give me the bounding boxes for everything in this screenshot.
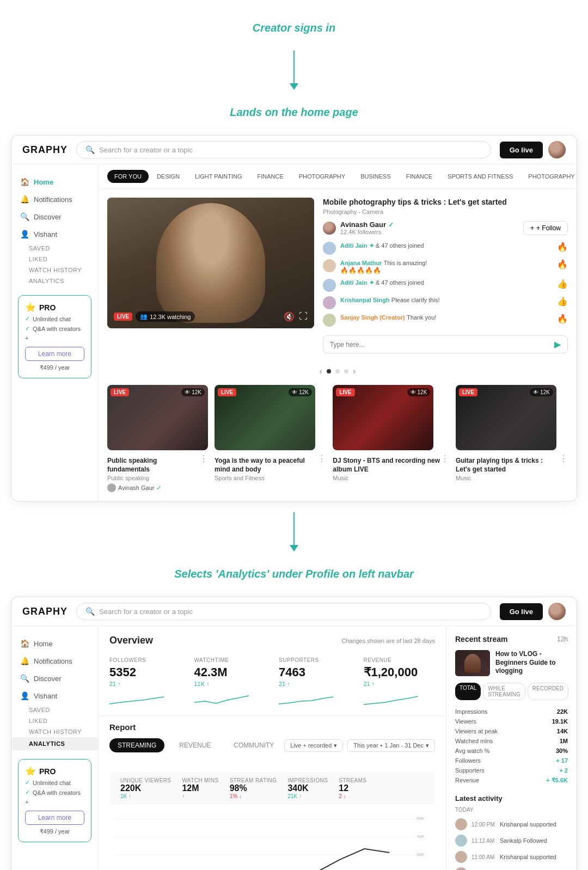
analytics-sidebar-liked[interactable]: LIKED	[11, 715, 98, 726]
video-title-2: Yoga is the way to a peaceful mind and b…	[215, 457, 317, 474]
analytics-sidebar-profile[interactable]: 👤 Vishant	[11, 687, 98, 704]
sidebar-home-label: Home	[34, 178, 53, 186]
chat-message-3: Aditi Jain ✦ & 47 others joined 👍	[323, 279, 568, 292]
analytics-pro-star-icon: ⭐	[25, 766, 36, 776]
user-avatar[interactable]	[548, 141, 566, 158]
cat-tab-light-painting[interactable]: LIGHT PAINTING	[188, 170, 249, 183]
chat-avatar-1	[323, 242, 336, 255]
stream-stat-impressions: Impressions 22K	[455, 707, 568, 716]
video-grid: LIVE 👁12K Public speaking fundamentals P…	[99, 381, 577, 501]
stream-tab-recorded[interactable]: RECORDED	[528, 683, 568, 700]
report-tab-community[interactable]: COMMUNITY	[225, 738, 282, 752]
analytics-profile-label: Vishant	[34, 692, 57, 700]
report-filters: Live + recorded ▾ This year • 1 Jan - 31…	[284, 739, 435, 752]
go-live-button[interactable]: Go live	[500, 142, 543, 158]
video-card-3[interactable]: LIVE 👁12K DJ Stony - BTS and recording n…	[333, 385, 449, 492]
follow-button[interactable]: + + Follow	[523, 221, 568, 235]
viewers-count: 👥 12.3K watching	[136, 311, 195, 322]
sidebar-item-discover[interactable]: 🔍 Discover	[11, 208, 98, 225]
hero-section: LIVE 👥 12.3K watching 🔇 ⛶	[99, 189, 577, 362]
sidebar-item-notifications[interactable]: 🔔 Notifications	[11, 191, 98, 208]
stream-stat-avgwatch: Avg watch % 30%	[455, 746, 568, 756]
cat-tab-finance[interactable]: FINANCE	[250, 170, 291, 183]
activity-avatar-2	[455, 835, 467, 847]
pag-dot-3[interactable]	[344, 369, 348, 373]
filter-year[interactable]: This year • 1 Jan - 31 Dec ▾	[347, 739, 435, 752]
analytics-sidebar-analytics[interactable]: ANALYTICS	[11, 737, 98, 750]
cat-tab-for-you[interactable]: FOR YOU	[107, 170, 149, 183]
stat-supporters-sparkline	[279, 690, 333, 707]
analytics-sidebar-saved[interactable]: SAVED	[11, 704, 98, 715]
sidebar-item-home[interactable]: 🏠 Home	[11, 173, 98, 191]
sidebar-saved[interactable]: SAVED	[11, 243, 98, 254]
cat-tab-business[interactable]: BUSINESS	[353, 170, 398, 183]
cat-tab-finance2[interactable]: FINANCE	[399, 170, 439, 183]
analytics-check-icon-2: ✓	[25, 789, 30, 796]
dots-menu-4[interactable]: ⋮	[559, 454, 568, 464]
analytics-sidebar-discover[interactable]: 🔍 Discover	[11, 670, 98, 687]
report-tab-revenue[interactable]: REVENUE	[171, 738, 219, 752]
pag-dot-2[interactable]	[335, 369, 340, 373]
dots-menu-2[interactable]: ⋮	[317, 454, 326, 464]
analytics-notifications-label: Notifications	[34, 657, 72, 665]
learn-more-button[interactable]: Learn more	[25, 347, 84, 361]
pag-dot-1[interactable]	[327, 369, 331, 373]
analytics-sidebar-watch-history[interactable]: WATCH HISTORY	[11, 726, 98, 737]
home-screen: GRAPHY 🔍 Search for a creator or a topic…	[11, 135, 577, 501]
analytics-go-live-button[interactable]: Go live	[500, 603, 543, 620]
cat-tab-photography[interactable]: PHOTOGRAPHY	[292, 170, 352, 183]
filter-live-recorded[interactable]: Live + recorded ▾	[284, 739, 343, 752]
metric-stream-rating-label: STREAM RATING	[230, 777, 277, 783]
analytics-home-label: Home	[34, 640, 53, 648]
stream-tab-total[interactable]: TOTAL	[455, 683, 481, 700]
chat-emoji-2: 🔥	[557, 259, 568, 269]
video-thumb-3: LIVE 👁12K	[333, 385, 433, 450]
sidebar-liked[interactable]: LIKED	[11, 254, 98, 265]
analytics-search-bar[interactable]: 🔍 Search for a creator or a topic	[76, 603, 491, 620]
video-card-1[interactable]: LIVE 👁12K Public speaking fundamentals P…	[107, 385, 208, 492]
analytics-learn-more-button[interactable]: Learn more	[25, 811, 84, 825]
sidebar-analytics[interactable]: ANALYTICS	[11, 275, 98, 286]
video-card-4[interactable]: LIVE 👁12K Guitar playing tips & tricks :…	[456, 385, 568, 492]
app-logo: GRAPHY	[22, 144, 68, 156]
recent-stream-title: Recent stream	[455, 635, 508, 644]
report-filter-row: STREAMING REVENUE COMMUNITY Live + recor…	[109, 738, 435, 759]
metrics-row: UNIQUE VIEWERS 220K 1K ↑ WATCH MINS 12M …	[109, 772, 435, 805]
search-bar[interactable]: 🔍 Search for a creator or a topic	[76, 141, 491, 158]
thumb-viewers-1: 👁12K	[181, 388, 205, 396]
stat-revenue-sparkline	[364, 690, 418, 707]
analytics-body: 🏠 Home 🔔 Notifications 🔍 Discover 👤 Vish…	[11, 626, 577, 870]
video-card-2[interactable]: LIVE 👁12K Yoga is the way to a peaceful …	[215, 385, 326, 492]
dots-menu-3[interactable]: ⋮	[440, 454, 449, 464]
activity-today-label: TODAY	[455, 807, 568, 813]
next-arrow[interactable]: ›	[353, 366, 356, 376]
metric-impressions-value: 340K	[287, 783, 328, 793]
cat-tab-design[interactable]: DESIGN	[150, 170, 187, 183]
prev-arrow[interactable]: ‹	[320, 366, 322, 376]
analytics-search-placeholder: Search for a creator or a topic	[99, 608, 193, 616]
sidebar-item-profile[interactable]: 👤 Vishant	[11, 225, 98, 243]
stream-stat-peak: Viewers at peak 14K	[455, 726, 568, 736]
analytics-user-avatar[interactable]	[548, 603, 566, 620]
chat-input[interactable]	[330, 341, 554, 348]
metric-watch-mins-change: ↑	[182, 793, 218, 799]
pro-price: ₹499 / year	[25, 364, 84, 371]
analytics-sidebar-notifications[interactable]: 🔔 Notifications	[11, 652, 98, 670]
stream-tab-while[interactable]: WHILE STREAMING	[483, 683, 525, 700]
mute-icon[interactable]: 🔇	[284, 311, 295, 322]
cat-tab-photography2[interactable]: PHOTOGRAPHY	[521, 170, 577, 183]
dots-menu-1[interactable]: ⋮	[199, 454, 208, 464]
stream-stat-watchmins: Watched mins 1M	[455, 736, 568, 746]
chat-input-area[interactable]: ▶	[323, 335, 568, 353]
report-tab-streaming[interactable]: STREAMING	[109, 738, 164, 752]
stat-watchtime-label: WATCHTIME	[194, 657, 266, 663]
send-button[interactable]: ▶	[554, 339, 561, 350]
analytics-sidebar-home[interactable]: 🏠 Home	[11, 635, 98, 652]
stat-revenue: REVENUE ₹1,20,000 21 ↑	[364, 657, 436, 709]
stat-followers-label: FOLLOWERS	[109, 657, 181, 663]
cat-tab-sports[interactable]: SPORTS AND FITNESS	[440, 170, 520, 183]
analytics-right-panel: Recent stream 12h How to VLOG - Beginner…	[446, 626, 577, 870]
fullscreen-icon[interactable]: ⛶	[299, 311, 308, 322]
hero-video[interactable]: LIVE 👥 12.3K watching 🔇 ⛶	[107, 198, 314, 328]
sidebar-watch-history[interactable]: WATCH HISTORY	[11, 265, 98, 275]
